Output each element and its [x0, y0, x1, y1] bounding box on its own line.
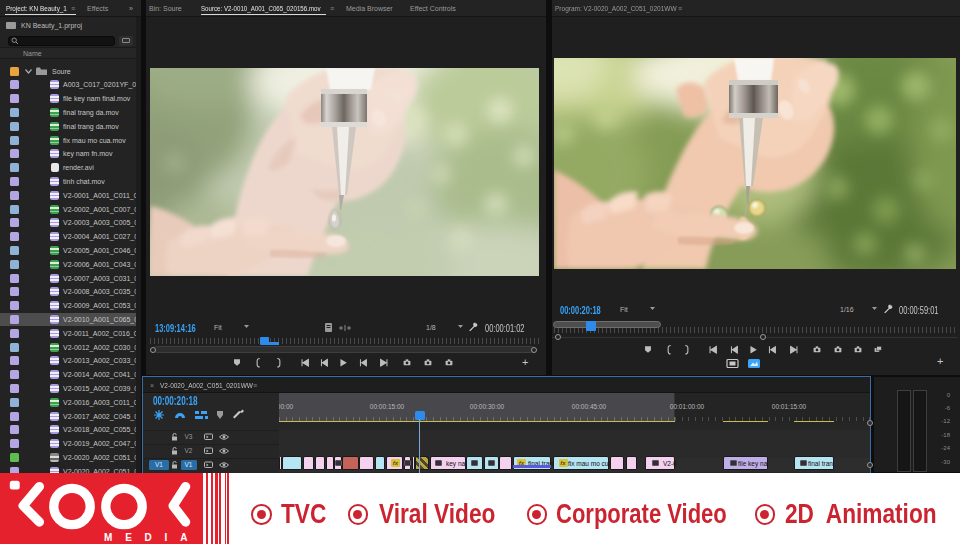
svg-text:MEDIA: MEDIA	[104, 532, 200, 543]
